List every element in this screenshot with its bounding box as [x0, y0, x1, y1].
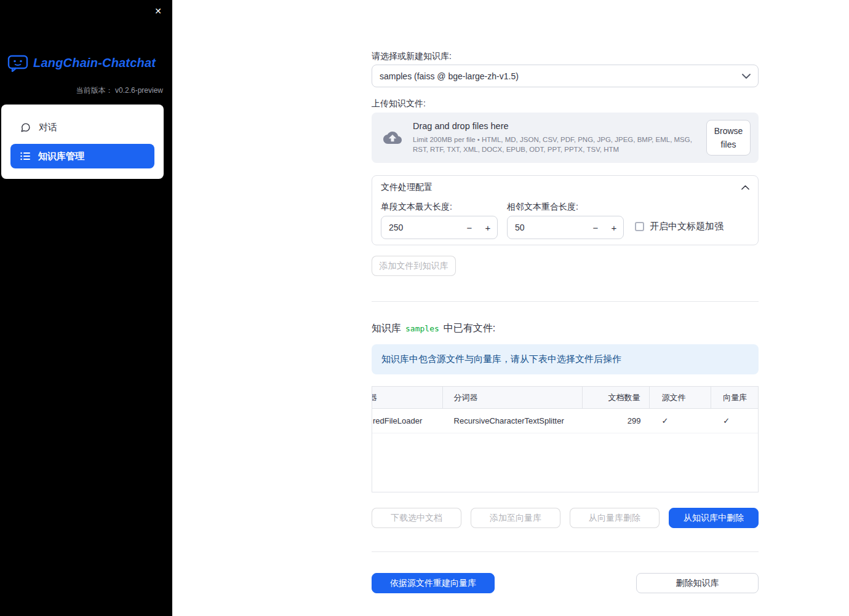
add-to-vector-store-button[interactable]: 添加至向量库	[471, 508, 560, 528]
cell-loader: redFileLoader	[372, 409, 443, 433]
add-files-to-kb-button[interactable]: 添加文件到知识库	[372, 256, 456, 276]
sidebar: ✕ LangChain-Chatchat 当前版本： v0.2.6-previe…	[0, 0, 172, 616]
overlap-length-value: 50	[508, 223, 586, 232]
max-length-decrement-button[interactable]: −	[460, 216, 479, 239]
cell-splitter: RecursiveCharacterTextSplitter	[443, 409, 583, 433]
column-header-source-file[interactable]: 源文件	[650, 387, 711, 408]
main-content: 请选择或新建知识库: samples (faiss @ bge-large-zh…	[372, 0, 759, 616]
download-selected-button[interactable]: 下载选中文档	[372, 508, 461, 528]
chevron-down-icon	[742, 74, 751, 79]
overlap-length-input[interactable]: 50 − +	[507, 216, 624, 239]
close-icon: ✕	[154, 6, 162, 16]
cell-doc-count: 299	[583, 409, 650, 433]
kb-select-dropdown[interactable]: samples (faiss @ bge-large-zh-v1.5)	[372, 65, 759, 87]
dropzone-text: Drag and drop files here Limit 200MB per…	[413, 121, 697, 154]
sidebar-close-button[interactable]: ✕	[150, 4, 166, 18]
existing-prefix: 知识库	[372, 322, 401, 335]
files-table: 器 分词器 文档数量 源文件 向量库 redFileLoader Recursi…	[372, 386, 759, 492]
rebuild-vector-store-button[interactable]: 依据源文件重建向量库	[372, 573, 495, 593]
overlap-length-label: 相邻文本重合长度:	[507, 202, 578, 213]
cloud-upload-icon	[381, 128, 404, 147]
table-row[interactable]: redFileLoader RecursiveCharacterTextSpli…	[372, 409, 758, 433]
expander-header[interactable]: 文件处理配置	[372, 176, 758, 199]
delete-from-vector-store-button[interactable]: 从向量库删除	[570, 508, 660, 528]
zh-title-enhance-checkbox[interactable]: 开启中文标题加强	[635, 221, 723, 232]
max-length-value: 250	[381, 223, 460, 232]
existing-files-heading: 知识库 samples 中已有文件:	[372, 322, 495, 335]
checkbox-box[interactable]	[635, 222, 644, 231]
logo-text: LangChain-Chatchat	[33, 56, 156, 70]
overlap-decrement-button[interactable]: −	[586, 216, 605, 239]
column-header-vector-store[interactable]: 向量库	[711, 387, 758, 408]
files-table-header: 器 分词器 文档数量 源文件 向量库	[372, 387, 758, 409]
browse-files-button[interactable]: Browse files	[706, 120, 751, 156]
column-header-doc-count[interactable]: 文档数量	[583, 387, 650, 408]
column-header-loader[interactable]: 器	[372, 387, 443, 408]
cell-vector-check: ✓	[711, 409, 758, 433]
sidebar-item-knowledge-base[interactable]: 知识库管理	[10, 144, 154, 168]
chat-bubble-icon	[20, 122, 31, 133]
sidebar-menu: 对话 知识库管理	[1, 105, 164, 179]
info-alert: 知识库中包含源文件与向量库，请从下表中选择文件后操作	[372, 344, 759, 374]
divider	[372, 301, 759, 302]
cell-source-check: ✓	[650, 409, 711, 433]
kb-select-label: 请选择或新建知识库:	[372, 51, 452, 62]
max-length-label: 单段文本最大长度:	[381, 202, 452, 213]
file-config-expander: 文件处理配置 单段文本最大长度: 相邻文本重合长度: 250 − + 50 − …	[372, 175, 759, 245]
info-alert-text: 知识库中包含源文件与向量库，请从下表中选择文件后操作	[381, 353, 621, 365]
delete-from-kb-button[interactable]: 从知识库中删除	[669, 508, 759, 528]
app-logo: LangChain-Chatchat	[7, 53, 156, 72]
chevron-up-icon	[741, 185, 749, 190]
version-label: 当前版本： v0.2.6-preview	[0, 85, 163, 96]
divider	[372, 551, 759, 552]
menu-item-label: 对话	[39, 122, 57, 133]
overlap-increment-button[interactable]: +	[605, 216, 623, 239]
sidebar-item-dialogue[interactable]: 对话	[10, 115, 154, 140]
dropzone-limit-text: Limit 200MB per file • HTML, MD, JSON, C…	[413, 135, 697, 154]
checkbox-label: 开启中文标题加强	[650, 221, 723, 232]
menu-item-label: 知识库管理	[38, 151, 84, 162]
delete-kb-button[interactable]: 删除知识库	[636, 573, 759, 593]
logo-chat-icon	[7, 53, 28, 72]
file-dropzone[interactable]: Drag and drop files here Limit 200MB per…	[372, 113, 759, 163]
kb-name-code: samples	[405, 324, 439, 333]
max-length-increment-button[interactable]: +	[479, 216, 497, 239]
knowledge-base-list-icon	[20, 152, 30, 160]
dropzone-title: Drag and drop files here	[413, 121, 697, 131]
max-length-input[interactable]: 250 − +	[381, 216, 498, 239]
existing-suffix: 中已有文件:	[444, 322, 495, 335]
kb-select-value: samples (faiss @ bge-large-zh-v1.5)	[380, 71, 519, 81]
upload-label: 上传知识文件:	[372, 98, 426, 109]
expander-body: 单段文本最大长度: 相邻文本重合长度: 250 − + 50 − + 开启中文标…	[372, 199, 758, 245]
column-header-splitter[interactable]: 分词器	[443, 387, 583, 408]
expander-title: 文件处理配置	[381, 182, 432, 193]
